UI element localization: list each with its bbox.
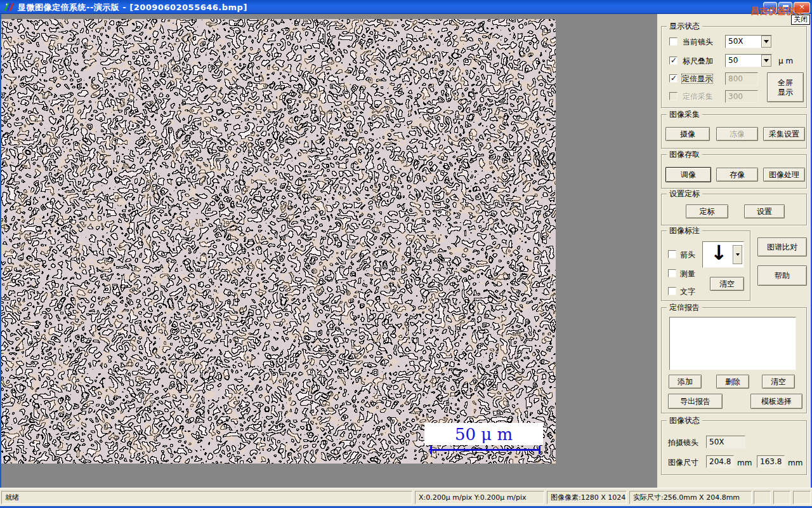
checkbox-current-lens[interactable] [669,37,678,46]
settings-button[interactable]: 设置 [744,204,785,218]
combo-current-lens[interactable]: 50X [725,35,772,48]
close-tooltip: 关闭 [791,15,810,25]
label-arrow: 箭头 [680,250,695,259]
combo-ruler-value[interactable]: 50 [725,54,772,67]
close-button[interactable]: ✕ [794,2,810,13]
restore-button[interactable] [778,2,792,13]
group-storage: 图像存取 调像 存像 图像处理 [661,154,807,189]
checkbox-fixed-capture [669,92,678,100]
edit-fixed-display: 800 [725,72,758,85]
fullscreen-line2: 显示 [778,88,793,97]
report-add-button[interactable]: 添加 [669,375,702,389]
label-mm-1: mm [737,458,752,467]
statusbar: 就绪 X:0.200μ m/pix Y:0.200μ m/pix 图像像素:12… [0,488,812,506]
control-panel: 显示状态 当前镜头 50X 标尺叠加 50 μ m 定倍显示 800 定倍采集 … [657,14,811,488]
group-title: 设置定标 [667,189,702,199]
minimize-icon [768,10,773,11]
status-actual-size: 实际尺寸:256.0mm X 204.8mm [629,491,752,504]
label-ruler-overlay: 标尺叠加 [683,57,713,65]
label-measure: 测量 [680,269,695,278]
label-image-size: 图像尺寸 [668,458,698,467]
field-image-width: 204.8 [706,455,734,468]
report-listbox[interactable] [669,317,796,370]
report-clear-button[interactable]: 清空 [762,375,795,389]
group-title: 图像采集 [667,110,702,119]
group-title: 图像存取 [667,150,702,159]
fullscreen-line1: 全屏 [778,78,793,88]
scalebar-label: 50 μ m [455,425,513,444]
combo-value: 50 [728,56,738,65]
field-image-height: 163.8 [757,455,785,468]
status-pixel-scale: X:0.200μ m/pix Y:0.200μ m/pix [415,491,544,504]
window-title: 显微图像定倍系统--演示版 - [20090602055646.bmp] [18,2,247,13]
export-report-button[interactable]: 导出报告 [668,394,723,409]
group-report: 定倍报告 添加 删除 清空 导出报告 模板选择 [661,307,807,413]
arrow-style-combo[interactable]: ↓ [702,241,744,268]
help-button[interactable]: 帮助 [757,265,807,286]
scalebar-line [430,449,540,451]
app-window: 显微图像定倍系统--演示版 - [20090602055646.bmp] ✕ 昌… [0,0,812,508]
freeze-button: 冻像 [716,127,758,141]
chevron-down-icon[interactable] [761,36,771,48]
group-title: 定倍报告 [667,303,702,312]
group-annotation: 图像标注 箭头 ↓ 测量 文字 清空 [661,231,750,301]
restore-icon [783,5,789,10]
label-current-lens: 当前镜头 [683,37,713,46]
save-image-button[interactable]: 存像 [716,168,758,182]
checkbox-ruler-overlay[interactable] [669,57,678,65]
group-title: 图像标注 [667,226,702,236]
label-fixed-display: 定倍显示 [682,74,712,83]
combo-value: 50X [728,37,743,46]
report-delete-button[interactable]: 删除 [716,375,749,389]
checkbox-arrow[interactable] [668,250,676,258]
fullscreen-button[interactable]: 全屏 显示 [767,72,804,102]
app-icon [4,2,15,12]
minimize-button[interactable] [763,2,777,13]
image-process-button[interactable]: 图像处理 [763,168,805,182]
chevron-down-icon[interactable] [761,55,771,67]
label-text: 文字 [680,287,695,296]
down-arrow-icon: ↓ [710,241,728,265]
close-icon: ✕ [799,3,804,13]
capture-settings-button[interactable]: 采集设置 [763,127,805,141]
group-display-status: 显示状态 当前镜头 50X 标尺叠加 50 μ m 定倍显示 800 定倍采集 … [661,26,807,108]
group-calibration: 设置定标 定标 设置 [661,194,807,225]
checkbox-fixed-display[interactable] [669,74,678,83]
clear-annotation-button[interactable]: 清空 [710,277,744,291]
label-micron-unit: μ m [778,57,793,65]
field-capture-lens: 50X [706,436,745,448]
status-empty-2 [773,491,790,504]
image-viewer-area: 50 μ m [1,14,657,488]
group-title: 图像状态 [667,416,702,425]
checkbox-measure[interactable] [668,269,676,277]
micrograph-image[interactable]: 50 μ m [1,19,556,464]
group-title: 显示状态 [667,22,702,31]
micrograph-texture [1,19,556,464]
scalebar-label-box: 50 μ m [424,423,543,445]
group-image-status: 图像状态 拍摄镜头 50X 图像尺寸 204.8 mm 163.8 mm [661,420,807,475]
load-image-button[interactable]: 调像 [665,167,711,182]
status-empty-3 [793,491,811,504]
group-capture: 图像采集 摄像 冻像 采集设置 [661,114,807,149]
capture-button[interactable]: 摄像 [665,127,710,141]
checkbox-text[interactable] [668,287,676,295]
edit-fixed-capture: 300 [725,90,758,103]
calibrate-button[interactable]: 定标 [686,204,728,218]
titlebar: 显微图像定倍系统--演示版 - [20090602055646.bmp] ✕ 昌… [0,0,812,14]
template-select-button[interactable]: 模板选择 [750,394,802,409]
status-empty-1 [754,491,771,504]
label-mm-2: mm [788,458,802,467]
status-ready: 就绪 [1,491,412,504]
chevron-down-icon[interactable] [733,245,742,264]
label-fixed-capture: 定倍采集 [683,92,713,101]
scalebar-tick-left [430,446,432,454]
status-image-pixels: 图像像素:1280 X 1024 [547,491,627,504]
label-capture-lens: 拍摄镜头 [668,438,698,447]
atlas-compare-button[interactable]: 图谱比对 [757,237,807,257]
scalebar-tick-right [539,446,540,454]
